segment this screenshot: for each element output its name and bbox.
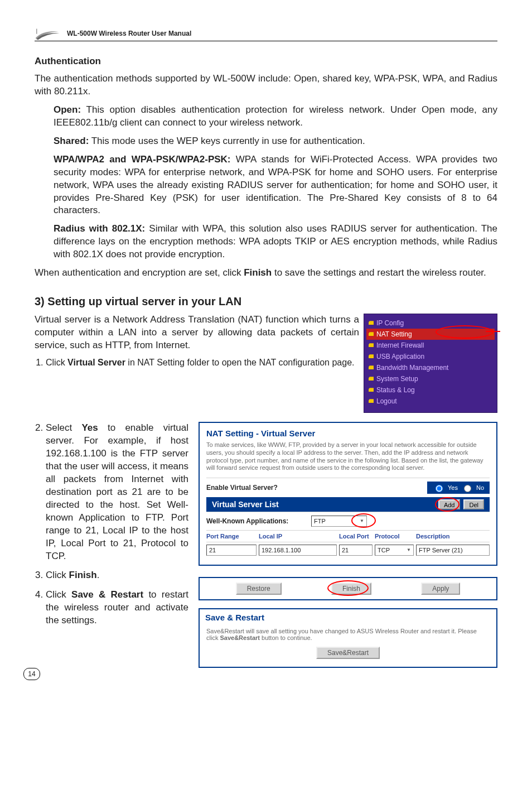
callout-line-icon bbox=[486, 331, 500, 332]
doc-header-title: WL-500W Wireless Router User Manual bbox=[67, 30, 191, 40]
col-protocol: Protocol bbox=[375, 533, 414, 540]
sidebar-item-status-log[interactable]: Status & Log bbox=[366, 384, 495, 396]
page-number: 14 bbox=[23, 668, 40, 680]
save-restart-button[interactable]: Save&Restart bbox=[316, 647, 380, 659]
nat-panel-blurb: To make services, like WWW, FTP, provide… bbox=[206, 441, 490, 472]
vs-list-bar: Virtual Server List Add Del bbox=[206, 497, 490, 512]
apply-button[interactable]: Apply bbox=[421, 583, 460, 595]
auth-open-label: Open: bbox=[54, 104, 81, 115]
section3-heading: 3) Setting up virtual server in your LAN bbox=[35, 295, 497, 308]
auth-closing-suffix: to save the settings and restart the wir… bbox=[272, 267, 486, 278]
auth-radius: Radius with 802.1X: Similar with WPA, th… bbox=[54, 223, 497, 261]
steps-list-bottom: Select Yes to enable virtual server. For… bbox=[35, 422, 188, 627]
enable-vs-label: Enable Virtual Server? bbox=[206, 484, 278, 492]
save-body-suffix: button to continue. bbox=[260, 634, 312, 641]
cell-local-port[interactable]: 21 bbox=[339, 545, 373, 556]
restore-button[interactable]: Restore bbox=[236, 583, 282, 595]
sidebar-item-ipconfig[interactable]: IP Config bbox=[366, 317, 495, 329]
save-restart-title: Save & Restart bbox=[200, 609, 496, 623]
step1-bold: Virtual Server bbox=[67, 358, 125, 367]
cell-local-ip[interactable]: 192.168.1.100 bbox=[259, 545, 337, 556]
step2-pre: Select bbox=[46, 422, 81, 433]
col-description: Description bbox=[416, 533, 490, 540]
step2-bold: Yes bbox=[81, 422, 98, 433]
cell-protocol-value: TCP bbox=[378, 545, 390, 555]
auth-wpa: WPA/WPA2 and WPA-PSK/WPA2-PSK: WPA stand… bbox=[54, 153, 497, 218]
side-nav: IP Config NAT Setting Internet Firewall … bbox=[364, 314, 497, 413]
auth-radius-label: Radius with 802.1X: bbox=[54, 223, 145, 234]
step3-pre: Click bbox=[46, 570, 69, 580]
step1-post: in NAT Setting folder to open the NAT co… bbox=[125, 358, 355, 367]
step4-bold: Save & Restart bbox=[71, 589, 143, 600]
vs-table-row: 21 192.168.1.100 21 TCP ▼ FTP Server (21… bbox=[206, 542, 490, 558]
auth-shared-label: Shared: bbox=[54, 136, 89, 146]
cell-port-range[interactable]: 21 bbox=[206, 545, 257, 556]
vs-table-header: Port Range Local IP Local Port Protocol … bbox=[206, 530, 490, 542]
cell-protocol-select[interactable]: TCP ▼ bbox=[375, 545, 414, 556]
sidebar-item-system-setup[interactable]: System Setup bbox=[366, 373, 495, 384]
auth-shared: Shared: This mode uses the WEP keys curr… bbox=[54, 135, 497, 148]
cell-description[interactable]: FTP Server (21) bbox=[416, 545, 490, 556]
section3-top-block: IP Config NAT Setting Internet Firewall … bbox=[35, 314, 497, 417]
auth-open: Open: This option disables authenticatio… bbox=[54, 104, 497, 129]
col-local-ip: Local IP bbox=[259, 533, 337, 540]
sidebar-item-logout[interactable]: Logout bbox=[366, 396, 495, 407]
chevron-down-icon: ▼ bbox=[360, 516, 364, 526]
auth-wpa-label: WPA/WPA2 and WPA-PSK/WPA2-PSK: bbox=[54, 154, 231, 165]
action-button-row: Restore Finish Apply bbox=[199, 577, 497, 600]
sidebar-item-nat-setting[interactable]: NAT Setting bbox=[366, 329, 495, 340]
sidebar-item-internet-firewall[interactable]: Internet Firewall bbox=[366, 340, 495, 351]
auth-closing: When authentication and encryption are s… bbox=[35, 267, 497, 280]
auth-intro: The authentication methods supported by … bbox=[35, 73, 497, 98]
radio-yes[interactable] bbox=[436, 485, 443, 492]
step4-pre: Click bbox=[46, 589, 71, 600]
enable-vs-radio-group: Yes No bbox=[427, 482, 490, 494]
radio-no-label: No bbox=[476, 484, 484, 491]
wka-select[interactable]: FTP ▼ bbox=[311, 516, 367, 527]
chevron-down-icon: ▼ bbox=[407, 545, 411, 555]
wka-value: FTP bbox=[314, 516, 326, 526]
col-local-port: Local Port bbox=[339, 533, 373, 540]
step3-bold: Finish bbox=[69, 570, 97, 580]
doc-header: WL-500W Wireless Router User Manual bbox=[35, 27, 497, 41]
step1-pre: Click bbox=[46, 358, 67, 367]
step-2: Select Yes to enable virtual server. For… bbox=[46, 422, 188, 562]
step3-post: . bbox=[97, 570, 100, 580]
step-4: Click Save & Restart to restart the wire… bbox=[46, 589, 188, 627]
sidebar-item-bandwidth[interactable]: Bandwidth Management bbox=[366, 362, 495, 373]
finish-button[interactable]: Finish bbox=[331, 583, 371, 595]
auth-closing-prefix: When authentication and encryption are s… bbox=[35, 267, 244, 278]
del-button[interactable]: Del bbox=[463, 499, 484, 509]
radio-no[interactable] bbox=[464, 485, 471, 492]
col-port-range: Port Range bbox=[206, 533, 257, 540]
sidebar-item-usb-application[interactable]: USB Application bbox=[366, 351, 495, 362]
add-button[interactable]: Add bbox=[438, 499, 461, 509]
radio-yes-label: Yes bbox=[448, 484, 458, 491]
step2-post: to enable virtual server. For example, i… bbox=[46, 422, 188, 561]
nat-setting-panel: NAT Setting - Virtual Server To make ser… bbox=[199, 422, 497, 566]
router-logo-icon bbox=[35, 28, 60, 41]
vs-list-title: Virtual Server List bbox=[212, 500, 279, 509]
nat-panel-title: NAT Setting - Virtual Server bbox=[206, 429, 490, 438]
save-body-bold: Save&Restart bbox=[220, 634, 260, 641]
auth-heading: Authentication bbox=[35, 56, 497, 67]
auth-closing-bold: Finish bbox=[244, 267, 272, 278]
step-3: Click Finish. bbox=[46, 569, 188, 582]
save-restart-panel: Save & Restart Save&Restart will save al… bbox=[199, 608, 497, 668]
auth-shared-text: This mode uses the WEP keys currently in… bbox=[89, 136, 365, 146]
wka-label: Well-Known Applications: bbox=[206, 517, 307, 525]
auth-open-text: This option disables authentication prot… bbox=[54, 104, 497, 128]
